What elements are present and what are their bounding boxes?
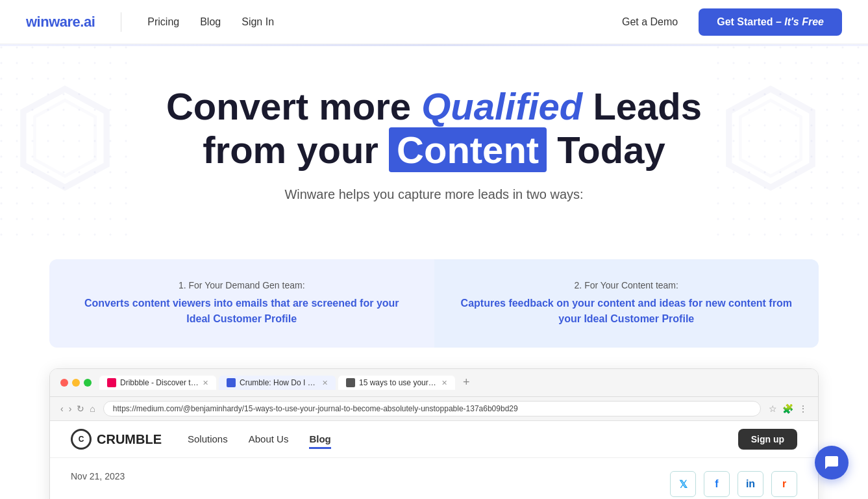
hero-title: Convert more Qualified Leads from your C…	[26, 85, 842, 172]
browser-tabs: Dribbble - Discover the worl... ✕ Crumbl…	[99, 376, 808, 390]
tab-0-close[interactable]: ✕	[203, 379, 208, 387]
back-button[interactable]: ‹	[60, 403, 64, 414]
minimize-window-button[interactable]	[72, 379, 80, 387]
tab-0-label: Dribbble - Discover the worl...	[120, 378, 199, 387]
browser-tab-2[interactable]: 15 ways to use your journey to... ✕	[338, 376, 455, 390]
inner-site-logo[interactable]: C CRUMBLE	[71, 429, 162, 450]
hero-subtitle: Winware helps you capture more leads in …	[26, 187, 842, 202]
title-leads: Leads	[582, 85, 702, 127]
nav-link-pricing[interactable]: Pricing	[147, 16, 179, 27]
get-started-button[interactable]: Get Started – It's Free	[699, 8, 842, 36]
nav-item-signin[interactable]: Sign In	[242, 16, 274, 28]
inner-nav-about[interactable]: About Us	[249, 433, 289, 445]
tab-1-close[interactable]: ✕	[322, 379, 328, 387]
home-button[interactable]: ⌂	[90, 403, 95, 414]
browser-addressbar: ‹ › ↻ ⌂ https://medium.com/@benjaminhard…	[50, 397, 818, 421]
social-share-icons: 𝕏 f in r	[670, 471, 797, 497]
close-window-button[interactable]	[60, 379, 68, 387]
title-before: Convert more	[166, 85, 421, 127]
col-right-number: 2. For Your Content team:	[460, 280, 793, 290]
nav-links: Pricing Blog Sign In	[147, 16, 274, 28]
logo-text: winware	[26, 14, 80, 30]
menu-icon[interactable]: ⋮	[799, 403, 808, 414]
col-right-desc: Captures feedback on your content and id…	[460, 296, 793, 327]
refresh-button[interactable]: ↻	[77, 403, 84, 414]
browser-tab-0[interactable]: Dribbble - Discover the worl... ✕	[99, 376, 216, 390]
logo-suffix: .ai	[80, 14, 95, 30]
title-qualified: Qualified	[421, 85, 582, 127]
navbar-left: winware.ai Pricing Blog Sign In	[26, 12, 274, 32]
tab-0-favicon	[107, 378, 116, 387]
tab-1-favicon	[227, 378, 236, 387]
reddit-share-icon[interactable]: r	[771, 471, 797, 497]
maximize-window-button[interactable]	[84, 379, 92, 387]
get-started-italic: It's Free	[784, 16, 824, 27]
bookmark-icon[interactable]: ☆	[769, 403, 777, 414]
nav-divider	[121, 12, 121, 32]
inner-site-navbar: C CRUMBLE Solutions About Us Blog Sign u…	[50, 421, 818, 458]
browser-topbar: Dribbble - Discover the worl... ✕ Crumbl…	[50, 369, 818, 397]
inner-nav-links: Solutions About Us Blog	[188, 433, 331, 445]
title-from: from your	[203, 129, 389, 171]
inner-link-solutions[interactable]: Solutions	[188, 433, 228, 444]
twitter-share-icon[interactable]: 𝕏	[670, 471, 696, 497]
browser-window-controls	[60, 379, 92, 387]
browser-tab-1[interactable]: Crumble: How Do I Measure... ✕	[219, 376, 336, 390]
chat-bubble-icon	[824, 455, 839, 470]
nav-link-blog[interactable]: Blog	[200, 16, 221, 27]
title-content-highlight: Content	[389, 127, 547, 172]
two-columns: 1. For Your Demand Gen team: Converts co…	[49, 259, 819, 348]
inner-logo-text: CRUMBLE	[97, 432, 162, 447]
facebook-share-icon[interactable]: f	[704, 471, 730, 497]
nav-item-blog[interactable]: Blog	[200, 16, 221, 28]
browser-nav-buttons: ‹ › ↻ ⌂	[60, 403, 95, 414]
inner-logo-icon: C	[71, 429, 92, 450]
inner-link-blog[interactable]: Blog	[309, 433, 330, 449]
browser-mockup: Dribbble - Discover the worl... ✕ Crumbl…	[49, 368, 819, 499]
demo-button[interactable]: Get a Demo	[612, 11, 688, 33]
hero-section: Convert more Qualified Leads from your C…	[0, 46, 868, 259]
inner-signup-button[interactable]: Sign up	[738, 429, 797, 450]
col-left-number: 1. For Your Demand Gen team:	[75, 280, 408, 290]
tab-2-close[interactable]: ✕	[441, 379, 447, 387]
get-started-label: Get Started –	[717, 16, 784, 27]
browser-action-buttons: ☆ 🧩 ⋮	[769, 403, 808, 414]
inner-site-content: Nov 21, 2023 𝕏 f in r	[50, 458, 818, 499]
forward-button[interactable]: ›	[69, 403, 72, 414]
inner-link-about[interactable]: About Us	[249, 433, 289, 444]
tab-1-label: Crumble: How Do I Measure...	[240, 378, 318, 387]
navbar-right: Get a Demo Get Started – It's Free	[612, 8, 842, 36]
extensions-icon[interactable]: 🧩	[782, 403, 793, 414]
inner-nav-right: Sign up	[738, 429, 797, 450]
tab-2-label: 15 ways to use your journey to...	[359, 378, 438, 387]
inner-website: C CRUMBLE Solutions About Us Blog Sign u…	[50, 421, 818, 499]
column-content-team: 2. For Your Content team: Captures feedb…	[434, 259, 819, 348]
article-date: Nov 21, 2023	[71, 471, 125, 481]
linkedin-share-icon[interactable]: in	[738, 471, 763, 497]
inner-nav-solutions[interactable]: Solutions	[188, 433, 228, 445]
column-demand-gen: 1. For Your Demand Gen team: Converts co…	[49, 259, 434, 348]
nav-link-signin[interactable]: Sign In	[242, 16, 274, 27]
chat-bubble-button[interactable]	[815, 446, 849, 480]
tab-2-favicon	[346, 378, 355, 387]
navbar: winware.ai Pricing Blog Sign In Get a De…	[0, 0, 868, 44]
nav-item-pricing[interactable]: Pricing	[147, 16, 179, 28]
new-tab-button[interactable]: +	[463, 376, 470, 390]
col-left-desc: Converts content viewers into emails tha…	[75, 296, 408, 327]
title-today: Today	[547, 129, 665, 171]
logo[interactable]: winware.ai	[26, 14, 95, 31]
inner-nav-blog[interactable]: Blog	[309, 433, 330, 445]
url-bar[interactable]: https://medium.com/@benjaminhardy/15-way…	[103, 401, 761, 416]
